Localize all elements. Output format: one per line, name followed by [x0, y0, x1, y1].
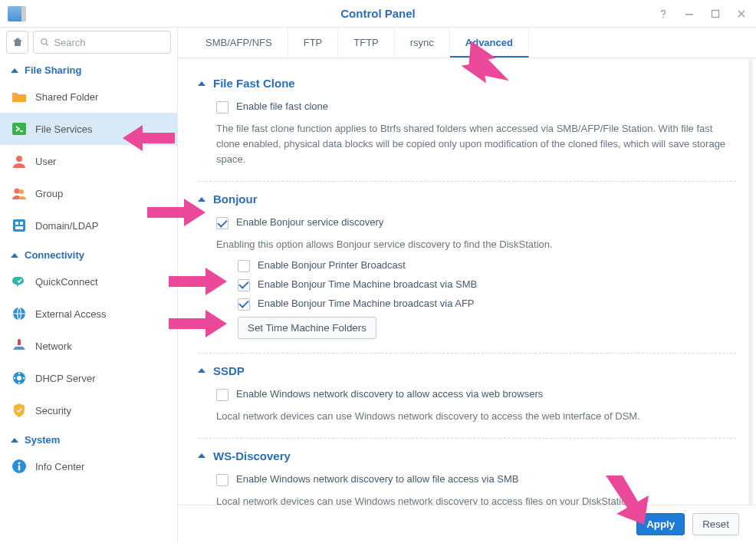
dhcp-icon	[11, 370, 28, 387]
section-system[interactable]: System	[0, 426, 177, 450]
sidebar-item-file-services[interactable]: File Services	[0, 113, 177, 145]
section-file-fast-clone: File Fast Clone Enable file fast clone T…	[198, 66, 736, 182]
checkbox-ssdp[interactable]	[216, 389, 228, 401]
section-bonjour: Bonjour Enable Bonjour service discovery…	[198, 182, 736, 353]
tab-rsync[interactable]: rsync	[395, 28, 450, 58]
checkbox-label: Enable Bonjour Time Machine broadcast vi…	[258, 278, 477, 290]
sidebar-item-label: Security	[35, 405, 71, 416]
sidebar-item-info-center[interactable]: Info Center	[0, 450, 177, 482]
description: Local network devices can use Windows ne…	[198, 404, 736, 427]
network-icon	[11, 337, 28, 354]
checkbox-label: Enable Windows network discovery to allo…	[236, 473, 518, 485]
sidebar-item-label: DHCP Server	[35, 373, 96, 384]
sidebar-item-quickconnect[interactable]: QuickConnect	[0, 265, 177, 298]
checkbox-bonjour-tm-smb[interactable]	[238, 279, 250, 291]
checkbox-label: Enable file fast clone	[236, 100, 328, 112]
checkbox-bonjour-discovery[interactable]	[216, 217, 228, 229]
svg-rect-23	[18, 466, 20, 471]
description: Enabling this option allows Bonjour serv…	[198, 232, 736, 255]
svg-point-5	[16, 156, 22, 162]
globe-icon	[11, 305, 28, 322]
tabs: SMB/AFP/NFS FTP TFTP rsync Advanced	[178, 28, 756, 58]
tab-advanced[interactable]: Advanced	[450, 28, 529, 58]
sidebar-item-label: Network	[35, 341, 72, 352]
svg-rect-10	[20, 222, 23, 225]
svg-point-17	[18, 373, 20, 374]
svg-point-0	[662, 16, 664, 18]
tab-smb-afp-nfs[interactable]: SMB/AFP/NFS	[190, 28, 288, 58]
section-toggle[interactable]: SSDP	[198, 361, 736, 385]
quickconnect-icon	[11, 273, 28, 290]
section-connectivity[interactable]: Connectivity	[0, 242, 177, 265]
description: The file fast clone function applies to …	[198, 117, 736, 170]
sidebar-item-label: Info Center	[35, 461, 84, 472]
search-icon	[40, 37, 49, 48]
svg-rect-2	[712, 10, 719, 17]
section-toggle[interactable]: File Fast Clone	[198, 74, 736, 97]
svg-point-22	[18, 462, 21, 465]
sidebar-item-shared-folder[interactable]: Shared Folder	[0, 81, 177, 113]
checkbox-label: Enable Bonjour Time Machine broadcast vi…	[258, 298, 475, 309]
sidebar-item-external-access[interactable]: External Access	[0, 298, 177, 330]
sidebar-item-label: External Access	[35, 308, 107, 320]
svg-point-14	[18, 339, 21, 342]
section-ssdp: SSDP Enable Windows network discovery to…	[198, 354, 736, 439]
set-time-machine-folders-button[interactable]: Set Time Machine Folders	[238, 317, 376, 339]
sidebar-item-network[interactable]: Network	[0, 330, 177, 362]
folder-icon	[11, 88, 28, 105]
svg-rect-8	[13, 219, 25, 232]
svg-point-20	[14, 377, 15, 379]
section-toggle[interactable]: Bonjour	[198, 189, 736, 213]
description: Local network devices can use Windows ne…	[198, 489, 736, 505]
search-input[interactable]	[54, 37, 164, 48]
close-icon[interactable]	[735, 7, 748, 21]
sidebar-item-label: File Services	[35, 123, 92, 135]
svg-point-6	[15, 189, 20, 194]
sidebar-item-dhcp-server[interactable]: DHCP Server	[0, 362, 177, 394]
checkbox-label: Enable Windows network discovery to allo…	[236, 388, 543, 400]
file-services-icon	[11, 120, 28, 137]
svg-point-19	[18, 382, 20, 383]
footer: Apply Reset	[178, 505, 756, 543]
sidebar-item-label: Domain/LDAP	[35, 220, 98, 232]
tab-tftp[interactable]: TFTP	[338, 28, 395, 58]
section-toggle[interactable]: WS-Discovery	[198, 446, 736, 470]
minimize-icon[interactable]	[682, 7, 696, 21]
svg-rect-1	[685, 14, 693, 15]
sidebar-item-label: User	[35, 156, 56, 167]
scrollbar[interactable]	[748, 58, 753, 505]
apply-button[interactable]: Apply	[636, 513, 685, 535]
shield-icon	[11, 402, 28, 419]
reset-button[interactable]: Reset	[692, 513, 739, 535]
svg-rect-9	[15, 222, 18, 225]
checkbox-bonjour-printer[interactable]	[238, 260, 250, 272]
content-area: File Fast Clone Enable file fast clone T…	[178, 58, 756, 505]
search-box[interactable]	[33, 31, 171, 54]
checkbox-bonjour-tm-afp[interactable]	[238, 298, 250, 311]
svg-point-18	[23, 377, 25, 379]
svg-point-16	[17, 376, 21, 380]
checkbox-label: Enable Bonjour Printer Broadcast	[258, 259, 406, 271]
section-ws-discovery: WS-Discovery Enable Windows network disc…	[198, 439, 736, 505]
sidebar-item-label: QuickConnect	[35, 276, 98, 288]
svg-point-3	[41, 39, 47, 44]
home-button[interactable]	[6, 31, 28, 54]
window-title: Control Panel	[0, 7, 756, 20]
svg-rect-11	[15, 226, 23, 229]
info-icon	[11, 458, 28, 475]
sidebar-item-group[interactable]: Group	[0, 177, 177, 209]
sidebar-item-security[interactable]: Security	[0, 394, 177, 426]
app-icon	[8, 6, 23, 21]
sidebar-item-domain-ldap[interactable]: Domain/LDAP	[0, 209, 177, 242]
sidebar-item-user[interactable]: User	[0, 145, 177, 177]
maximize-icon[interactable]	[708, 7, 722, 21]
checkbox-wsd[interactable]	[216, 474, 228, 486]
help-icon[interactable]	[656, 7, 670, 21]
sidebar-item-label: Group	[35, 188, 63, 199]
sidebar: File Sharing Shared Folder File Services…	[0, 28, 178, 543]
tab-ftp[interactable]: FTP	[288, 28, 339, 58]
section-file-sharing[interactable]: File Sharing	[0, 57, 177, 81]
checkbox-file-fast-clone[interactable]	[216, 101, 228, 114]
sidebar-item-label: Shared Folder	[35, 91, 98, 103]
domain-icon	[11, 217, 28, 234]
